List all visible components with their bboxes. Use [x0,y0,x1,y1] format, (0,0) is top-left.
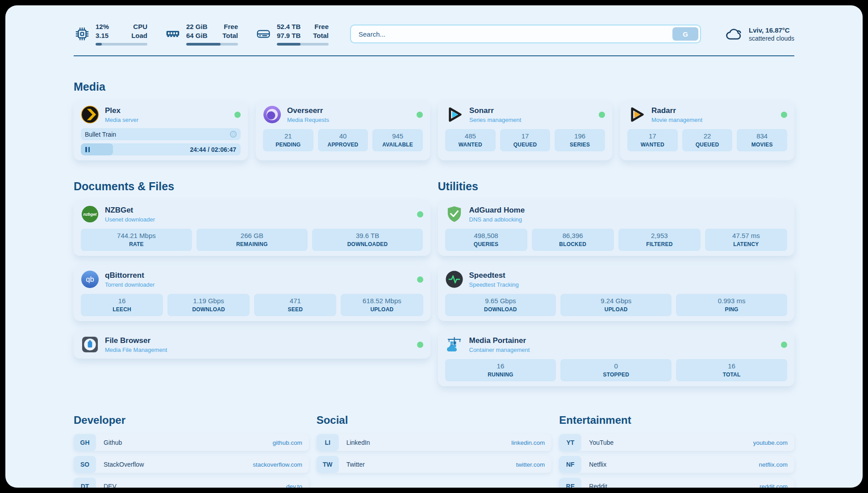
service-subtitle: Usenet downloader [105,216,411,223]
bookmark-url: reddit.com [760,483,788,488]
service-title: Media Portainer [469,336,776,345]
status-dot [417,112,423,118]
cpu-progress-bar [96,43,147,46]
cloud-icon [724,25,743,43]
service-card-overseerr[interactable]: Overseerr Media Requests 21 PENDING 40 A… [256,100,430,160]
service-title: AdGuard Home [469,206,788,215]
bookmark-twitter[interactable]: TW Twitter twitter.com [317,456,552,473]
ram-stat: 22 GiB 64 GiB Free Total [164,22,238,46]
disk-stat: 52.4 TB 97.9 TB Free Total [255,22,329,46]
service-card-qbittorrent[interactable]: qb qBittorrent Torrent downloader 16 LEE… [74,265,430,321]
bookmark-abbr: SO [74,456,96,473]
stat-rate: 744.21 Mbps RATE [81,229,192,251]
bookmark-name: YouTube [589,439,613,446]
bookmark-linkedin[interactable]: LI LinkedIn linkedin.com [317,434,552,451]
bookmark-name: Netflix [589,461,606,468]
bookmark-name: Github [104,439,122,446]
service-card-sonarr[interactable]: Sonarr Series management 485 WANTED 17 Q… [438,100,612,160]
bookmark-group-developer: Developer GH Github github.com SO StackO… [74,414,309,488]
bookmark-stackoverflow[interactable]: SO StackOverflow stackoverflow.com [74,456,309,473]
bookmark-youtube[interactable]: YT YouTube youtube.com [559,434,794,451]
status-dot [417,211,423,217]
bookmark-abbr: LI [317,434,339,451]
portainer-icon [445,335,463,354]
bookmark-url: youtube.com [753,439,788,446]
stat-filtered: 2,953 FILTERED [618,229,701,251]
stat-approved: 40 APPROVED [318,129,368,151]
bookmark-name: LinkedIn [346,439,370,446]
search-bar[interactable]: G [350,25,701,43]
nzbget-icon: nzbget [81,205,99,223]
ram-free-value: 22 GiB [186,22,208,31]
bookmark-abbr: GH [74,434,96,451]
disk-icon [255,25,272,42]
svg-text:nzbget: nzbget [83,212,97,217]
stat-running: 16 RUNNING [445,359,556,381]
stat-leech: 16 LEECH [81,294,163,316]
service-title: NZBGet [105,206,411,215]
section-title-documents: Documents & Files [74,180,430,193]
stat-download: 9.65 Gbps DOWNLOAD [445,294,556,316]
now-playing-view-icon[interactable] [230,131,237,138]
stat-upload: 618.52 Mbps UPLOAD [341,294,423,316]
status-dot [417,276,423,283]
service-card-speedtest[interactable]: Speedtest Speedtest Tracking 9.65 Gbps D… [438,265,795,321]
service-card-nzbget[interactable]: nzbget NZBGet Usenet downloader 744.21 M… [74,200,430,256]
ram-free-label: Free [224,22,238,31]
stat-blocked: 86,396 BLOCKED [532,229,614,251]
service-card-radarr[interactable]: Radarr Movie management 17 WANTED 22 QUE… [620,100,794,160]
stat-wanted: 485 WANTED [445,129,496,151]
ram-total-label: Total [222,31,238,40]
bookmark-group-title: Developer [74,414,309,426]
service-title: Sonarr [469,106,593,115]
service-card-filebrowser[interactable]: File Browser Media File Management [74,330,430,359]
stat-queued: 22 QUEUED [682,129,733,151]
service-card-adguard[interactable]: AdGuard Home DNS and adblocking 498,508 … [438,200,795,256]
service-title: Plex [105,106,229,115]
bookmark-netflix[interactable]: NF Netflix netflix.com [559,456,794,473]
service-card-portainer[interactable]: Media Portainer Container management 16 … [438,330,795,386]
section-utilities: Utilities AdGuard Home DNS and adblocki [438,180,795,386]
filebrowser-icon [81,335,99,354]
bookmark-reddit[interactable]: RE Reddit reddit.com [559,478,794,488]
stat-movies: 834 MOVIES [737,129,787,151]
cpu-usage-value: 12% [96,22,109,31]
qbittorrent-icon: qb [81,270,99,288]
weather-condition: scattered clouds [749,35,794,42]
section-media: Media Plex Media server [74,80,794,160]
bookmark-url: stackoverflow.com [253,461,302,468]
weather-text: Lviv, 16.87°C scattered clouds [749,26,794,42]
search-provider-button[interactable]: G [672,27,698,41]
section-documents: Documents & Files nzbget NZBGet Usenet d [74,180,430,359]
status-dot [599,112,605,118]
service-subtitle: Movie management [651,117,775,123]
bookmark-url: twitter.com [516,461,545,468]
bookmark-url: dev.to [286,483,302,488]
stat-series: 196 SERIES [555,129,605,151]
bookmark-name: StackOverflow [104,461,144,468]
service-subtitle: Media Requests [287,117,411,123]
service-subtitle: Torrent downloader [105,281,411,288]
disk-total-label: Total [313,31,329,40]
ram-icon [164,25,181,42]
weather-widget[interactable]: Lviv, 16.87°C scattered clouds [724,25,794,43]
stat-queries: 498,508 QUERIES [445,229,527,251]
bookmark-group-title: Entertainment [559,414,794,426]
bookmark-name: Reddit [589,483,607,488]
speedtest-icon [445,270,463,288]
search-input[interactable] [353,30,672,38]
service-title: File Browser [105,336,411,345]
adguard-icon [445,205,463,223]
radarr-icon [627,105,646,124]
playback-progress-bar[interactable]: 24:44 / 02:06:47 [81,143,241,155]
bookmark-name: Twitter [346,461,365,468]
stat-available: 945 AVAILABLE [372,129,423,151]
ram-progress-fill [186,43,221,46]
service-card-plex[interactable]: Plex Media server Bullet Train 24:44 / 0… [74,100,248,160]
bookmark-dev[interactable]: DT DEV dev.to [74,478,309,488]
weather-location-temp: Lviv, 16.87°C [749,26,794,34]
service-subtitle: Series management [469,117,593,123]
bookmark-github[interactable]: GH Github github.com [74,434,309,451]
bookmark-url: linkedin.com [511,439,545,446]
bookmark-group-social: Social LI LinkedIn linkedin.com TW Twitt… [317,414,552,473]
